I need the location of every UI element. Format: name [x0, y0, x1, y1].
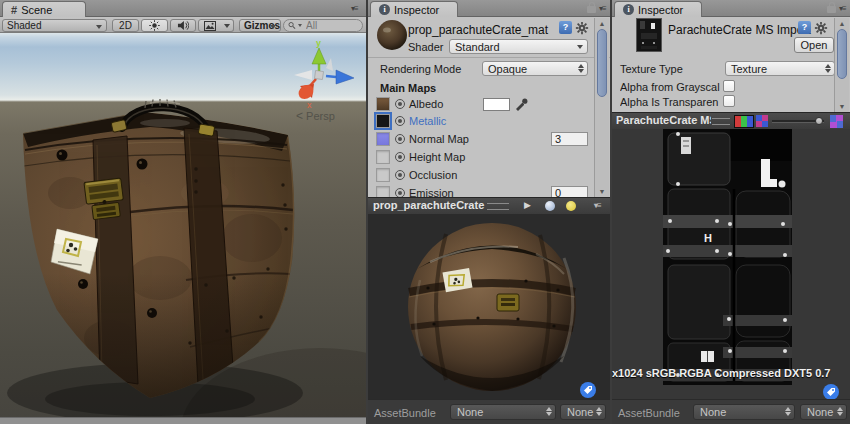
rendering-mode-label: Rendering Mode — [380, 63, 461, 75]
scrollbar-thumb[interactable] — [597, 29, 607, 97]
lock-icon[interactable] — [587, 6, 596, 13]
updown-arrows-icon — [596, 407, 602, 416]
texture-slot-circle-icon[interactable] — [395, 134, 405, 144]
updown-arrows-icon — [785, 407, 791, 416]
light-preview-button[interactable] — [566, 201, 576, 211]
texture-inspector-tab[interactable]: i Inspector — [614, 1, 702, 17]
assetbundle-variant-dropdown[interactable]: None — [800, 404, 847, 420]
effects-toggle-button[interactable] — [198, 19, 222, 32]
scene-panel-menu-icon[interactable]: ▾≡ — [351, 4, 358, 13]
scene-grid-icon: # — [11, 4, 17, 16]
perspective-label[interactable]: < Persp — [296, 109, 335, 123]
shader-value: Standard — [455, 41, 500, 53]
texture-type-dropdown[interactable]: Texture — [725, 61, 835, 76]
sphere-preview-button[interactable] — [545, 201, 555, 211]
sun-icon — [149, 20, 160, 31]
height-map-thumbnail[interactable] — [376, 150, 390, 164]
shader-label: Shader — [408, 41, 443, 53]
scene-search-field[interactable] — [283, 19, 363, 32]
effects-dropdown-button[interactable] — [221, 19, 234, 32]
texture-slot-circle-icon[interactable] — [395, 188, 405, 197]
preview-menu-icon[interactable]: ▾≡ — [594, 201, 601, 210]
alpha-grayscale-checkbox[interactable] — [723, 80, 735, 92]
assetbundle-dropdown[interactable]: None — [450, 404, 556, 420]
material-inspector-tab[interactable]: i Inspector — [370, 1, 458, 17]
drag-handle[interactable] — [712, 118, 730, 125]
scroll-down-icon[interactable]: ▼ — [595, 188, 609, 195]
scroll-up-icon[interactable]: ▲ — [595, 20, 609, 27]
rendering-mode-dropdown[interactable]: Opaque — [482, 61, 588, 76]
lock-icon[interactable] — [827, 6, 836, 13]
assetbundle-value: None — [700, 406, 726, 418]
normal-map-value-field[interactable]: 3 — [551, 132, 588, 146]
texture-slot-circle-icon[interactable] — [395, 99, 405, 109]
mip-slider-knob[interactable] — [815, 117, 823, 125]
assetbundle-variant-value: None — [567, 406, 593, 418]
main-maps-heading: Main Maps — [380, 82, 436, 94]
inspector-scrollbar[interactable]: ▲ ▼ — [834, 18, 849, 112]
mipmap-icon — [756, 115, 768, 127]
assetbundle-label: AssetBundle — [618, 407, 680, 419]
texture-slot-circle-icon[interactable] — [395, 152, 405, 162]
inspector-scrollbar[interactable]: ▲ ▼ — [594, 18, 609, 197]
shader-dropdown[interactable]: Standard — [449, 39, 588, 54]
assetbundle-label: AssetBundle — [374, 407, 436, 419]
material-preview-canvas[interactable] — [368, 214, 610, 399]
scrollbar-thumb[interactable] — [837, 29, 847, 79]
normal-map-thumbnail[interactable] — [376, 132, 390, 146]
material-preview-header[interactable]: prop_parachuteCrate ▶ ▾≡ — [368, 197, 610, 215]
scroll-up-icon[interactable]: ▲ — [835, 20, 849, 27]
scene-viewport[interactable]: y x < Persp — [0, 33, 366, 424]
divider — [368, 57, 610, 58]
inspector-menu-icon[interactable]: ▾≡ — [839, 4, 846, 13]
persp-angle-icon: < — [296, 109, 303, 123]
occlusion-thumbnail[interactable] — [376, 168, 390, 182]
scene-bottom-strip — [0, 417, 366, 424]
texture-preview-canvas: H x1024 sRGB RGBA Compressed DXT5 0.7 — [612, 129, 850, 399]
play-button[interactable]: ▶ — [524, 200, 531, 210]
inspector-tab-label: Inspector — [394, 4, 439, 16]
assetbundle-dropdown[interactable]: None — [693, 404, 795, 420]
gear-icon[interactable] — [814, 21, 828, 35]
emission-value-field[interactable]: 0 — [551, 186, 588, 197]
audio-toggle-button[interactable] — [170, 19, 196, 32]
axis-neg-cone[interactable] — [326, 58, 333, 71]
axis-z-cone[interactable] — [336, 70, 354, 84]
axis-neg-cone[interactable] — [294, 70, 312, 80]
inspector-menu-icon[interactable]: ▾≡ — [599, 4, 606, 13]
map-label-occlusion: Occlusion — [409, 169, 457, 181]
eyedropper-icon[interactable] — [514, 96, 528, 111]
texture-slot-circle-icon[interactable] — [395, 170, 405, 180]
lighting-toggle-button[interactable] — [141, 19, 168, 32]
gizmo-center-cube[interactable] — [314, 70, 323, 79]
info-icon: i — [379, 4, 390, 15]
axis-y-cone[interactable] — [312, 48, 326, 64]
updown-arrows-icon — [578, 64, 584, 73]
gizmos-dropdown[interactable]: Gizmos — [239, 19, 281, 32]
shading-mode-dropdown[interactable]: Shaded — [2, 19, 107, 32]
metallic-thumbnail[interactable] — [376, 114, 390, 128]
albedo-thumbnail[interactable] — [376, 97, 390, 111]
drag-handle[interactable] — [487, 203, 509, 210]
rgb-channels-button[interactable] — [734, 115, 754, 128]
2d-toggle-button[interactable]: 2D — [112, 19, 139, 32]
scene-search-input[interactable] — [304, 19, 358, 32]
assetbundle-variant-dropdown[interactable]: None — [560, 404, 606, 420]
assetbundle-bar: AssetBundle None None — [368, 399, 610, 424]
texture-slot-circle-icon[interactable] — [395, 116, 405, 126]
emission-thumbnail[interactable] — [376, 186, 390, 197]
alpha-checker-icon[interactable] — [830, 115, 843, 128]
help-icon[interactable]: ? — [798, 21, 811, 34]
albedo-color-swatch[interactable] — [483, 98, 510, 111]
chevron-down-icon — [96, 25, 102, 29]
help-icon[interactable]: ? — [559, 21, 572, 34]
scroll-down-icon[interactable]: ▼ — [835, 103, 849, 110]
gear-icon[interactable] — [575, 21, 589, 35]
material-preview-thumbnail — [376, 19, 408, 51]
scene-tab[interactable]: # Scene — [2, 1, 86, 17]
open-button[interactable]: Open — [794, 37, 834, 53]
alpha-transparent-checkbox[interactable] — [723, 95, 735, 107]
orientation-gizmo[interactable]: y x — [276, 40, 366, 110]
map-label-height: Height Map — [409, 151, 465, 163]
texture-preview-header[interactable]: ParachuteCrate MS — [612, 112, 850, 130]
